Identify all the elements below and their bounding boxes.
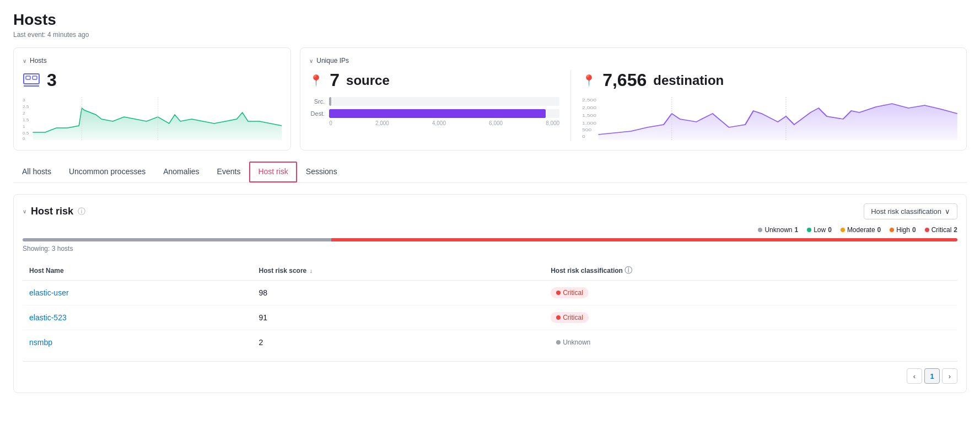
pagination: ‹ 1 › <box>23 361 957 384</box>
svg-text:2: 2 <box>23 111 25 116</box>
dest-count: 7,656 <box>602 70 647 90</box>
svg-text:0: 0 <box>23 136 25 141</box>
page-title: Hosts <box>13 11 967 29</box>
unknown-count: 1 <box>794 226 798 234</box>
hosts-card: ∨ Hosts 3 <box>13 47 291 151</box>
critical-dot <box>925 228 929 232</box>
risk-low: Low 0 <box>807 226 832 234</box>
sort-icon: ↓ <box>310 267 313 274</box>
section-title: Host risk <box>31 206 73 217</box>
tabs-bar: All hosts Uncommon processes Anomalies E… <box>13 162 967 183</box>
svg-text:1,000: 1,000 <box>582 121 596 126</box>
tab-sessions[interactable]: Sessions <box>297 162 346 182</box>
low-label: Low <box>814 226 826 234</box>
prev-page-btn[interactable]: ‹ <box>907 368 922 384</box>
hosts-icon <box>23 72 40 89</box>
svg-text:0.5: 0.5 <box>23 131 29 136</box>
classification-dropdown[interactable]: Host risk classification ∨ <box>864 203 957 219</box>
high-label: High <box>896 226 910 234</box>
classification-badge-1: Critical <box>551 287 589 298</box>
collapse-icon-2[interactable]: ∨ <box>309 58 313 64</box>
low-count: 0 <box>828 226 832 234</box>
col-info-icon[interactable]: ⓘ <box>624 266 632 275</box>
src-label: Src. <box>309 98 325 105</box>
moderate-label: Moderate <box>847 226 875 234</box>
unique-ips-label: Unique IPs <box>316 57 349 65</box>
host-link-1[interactable]: elastic-user <box>29 288 69 297</box>
tab-events[interactable]: Events <box>208 162 250 182</box>
col-risk-classification: Host risk classification ⓘ <box>544 261 957 281</box>
classification-badge-3: Unknown <box>551 337 596 348</box>
pin-source-icon: 📍 <box>309 74 323 87</box>
moderate-dot <box>841 228 845 232</box>
tab-all-hosts[interactable]: All hosts <box>13 162 60 182</box>
hosts-card-label: Hosts <box>30 57 47 65</box>
unknown-badge-dot-3 <box>556 340 561 345</box>
svg-text:1: 1 <box>23 124 25 129</box>
tab-anomalies[interactable]: Anomalies <box>154 162 208 182</box>
score-2: 91 <box>252 305 545 330</box>
last-event-text: Last event: 4 minutes ago <box>13 31 967 39</box>
page-1-btn[interactable]: 1 <box>924 368 940 384</box>
host-risk-section: ∨ Host risk ⓘ Host risk classification ∨… <box>13 194 967 393</box>
critical-count: 2 <box>954 226 957 234</box>
host-risk-table: Host Name Host risk score ↓ Host risk cl… <box>23 261 957 354</box>
dest-label-text: destination <box>653 73 724 88</box>
svg-text:2,000: 2,000 <box>582 106 596 110</box>
ip-bar-chart: Src. Dest. 02,0004,0006,00 <box>309 97 559 126</box>
svg-text:500: 500 <box>582 128 591 132</box>
risk-unknown: Unknown 1 <box>758 226 798 234</box>
table-row: elastic-523 91 Critical <box>23 305 957 330</box>
host-link-2[interactable]: elastic-523 <box>29 313 67 322</box>
col-risk-score[interactable]: Host risk score ↓ <box>252 261 545 281</box>
risk-high: High 0 <box>890 226 916 234</box>
showing-count: Showing: 3 hosts <box>23 245 957 252</box>
high-dot <box>890 228 894 232</box>
svg-text:2.5: 2.5 <box>23 104 29 109</box>
next-page-btn[interactable]: › <box>942 368 957 384</box>
col-host-name: Host Name <box>23 261 252 281</box>
section-info-icon[interactable]: ⓘ <box>78 207 85 217</box>
hosts-chart: 3 2.5 2 1.5 1 0.5 0 24th July 2023 <box>23 97 282 141</box>
unknown-label: Unknown <box>764 226 792 234</box>
table-row: nsmbp 2 Unknown <box>23 330 957 355</box>
risk-progress-bar <box>23 238 957 241</box>
low-dot <box>807 228 811 232</box>
svg-rect-2 <box>33 76 37 79</box>
dropdown-chevron-icon: ∨ <box>945 207 950 216</box>
risk-critical: Critical 2 <box>925 226 957 234</box>
svg-rect-1 <box>26 76 30 79</box>
classification-badge-2: Critical <box>551 312 589 323</box>
bar-x-labels: 02,0004,0006,0008,000 <box>309 120 559 126</box>
score-1: 98 <box>252 281 545 305</box>
risk-moderate: Moderate 0 <box>841 226 881 234</box>
source-label: source <box>346 73 390 88</box>
svg-text:0: 0 <box>582 135 585 139</box>
critical-badge-dot-1 <box>556 291 561 295</box>
svg-text:3: 3 <box>23 98 25 103</box>
tab-host-risk[interactable]: Host risk <box>249 162 297 182</box>
table-row: elastic-user 98 Critical <box>23 281 957 305</box>
unique-ips-card: ∨ Unique IPs 📍 7 source <box>300 47 967 151</box>
svg-text:1.5: 1.5 <box>23 117 29 122</box>
score-3: 2 <box>252 330 545 355</box>
svg-text:1,500: 1,500 <box>582 114 596 118</box>
progress-unknown <box>23 238 331 241</box>
host-link-3[interactable]: nsmbp <box>29 338 52 347</box>
progress-critical <box>331 238 957 241</box>
svg-text:2,500: 2,500 <box>582 98 596 103</box>
collapse-icon[interactable]: ∨ <box>23 58 26 64</box>
dest-label: Dest. <box>309 110 325 117</box>
critical-label: Critical <box>931 226 952 234</box>
source-count: 7 <box>330 70 340 90</box>
hosts-count: 3 <box>47 70 57 90</box>
moderate-count: 0 <box>877 226 881 234</box>
pin-dest-icon: 📍 <box>582 74 596 87</box>
tab-uncommon-processes[interactable]: Uncommon processes <box>60 162 154 182</box>
risk-summary: Unknown 1 Low 0 Moderate 0 High 0 Critic… <box>23 226 957 234</box>
classification-label: Host risk classification <box>871 207 941 216</box>
dest-chart: 2,500 2,000 1,500 1,000 500 0 24th July … <box>582 97 957 141</box>
section-collapse-icon[interactable]: ∨ <box>23 208 26 214</box>
high-count: 0 <box>912 226 916 234</box>
unknown-dot <box>758 228 762 232</box>
